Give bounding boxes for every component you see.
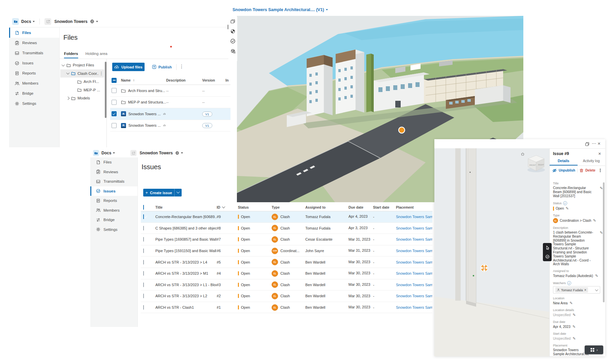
tab-activity-log[interactable]: Activity log <box>578 157 606 165</box>
placement-link[interactable]: Snowdon Towers Sampl... <box>396 260 432 264</box>
row-checkbox[interactable] <box>143 260 144 265</box>
placement-link[interactable]: Snowdon Towers Sampl... <box>396 271 432 275</box>
placement-link[interactable]: Snowdon Towers Sampl... <box>396 226 432 230</box>
row-checkbox[interactable] <box>143 237 144 242</box>
share-icon[interactable] <box>130 150 136 156</box>
create-issue-check-icon[interactable] <box>545 254 550 259</box>
more-options-icon[interactable]: ⋯ <box>592 141 596 146</box>
select-all-checkbox[interactable] <box>143 205 144 210</box>
docs-app-icon[interactable] <box>93 150 99 156</box>
row-checkbox[interactable] <box>112 123 117 128</box>
row-checkbox[interactable] <box>112 88 117 93</box>
file-row[interactable]: RSnowdon Towers ... V1 <box>110 120 230 132</box>
more-actions-icon[interactable]: ⋮ <box>179 64 184 69</box>
sidebar-item-transmittals[interactable]: Transmittals <box>9 48 59 58</box>
sidebar-item-reviews[interactable]: Reviews <box>90 167 137 177</box>
model-search-icon[interactable] <box>230 48 236 54</box>
placement-link[interactable]: Snowdon Towers Sampl... <box>396 283 432 287</box>
issue-row[interactable]: ARCH vs STR - 3/13/2023 > L1 - Block... … <box>141 279 432 291</box>
sidebar-item-reviews[interactable]: Reviews <box>9 38 59 48</box>
close-window-icon[interactable]: ✕ <box>597 142 601 146</box>
clash-marker-main[interactable] <box>399 127 405 133</box>
issue-row[interactable]: C Shapes [686385] and 3 other objec... #… <box>141 223 432 234</box>
row-checkbox[interactable] <box>143 294 144 298</box>
sidebar-item-bridge[interactable]: Bridge <box>90 215 137 225</box>
row-checkbox[interactable] <box>143 226 144 231</box>
share-icon[interactable] <box>44 18 51 25</box>
home-view-icon[interactable] <box>521 152 525 156</box>
create-issue-button[interactable]: + Create issue <box>143 189 182 196</box>
tree-item-mep[interactable]: MEP-P ... <box>60 86 104 94</box>
edit-location-details-icon[interactable]: ✎ <box>573 313 576 317</box>
tree-scrollbar[interactable] <box>105 62 106 118</box>
nav-app-name[interactable]: Docs <box>101 151 111 155</box>
unpublish-button[interactable]: Unpublish <box>559 169 575 172</box>
version-badge[interactable]: V1 <box>202 112 212 117</box>
tree-item-project-files[interactable]: Project Files <box>60 61 104 69</box>
issue-row[interactable]: Pipe Types [1591150] and Basic Wall ... … <box>141 245 432 257</box>
project-name[interactable]: Snowdon Towers <box>140 151 173 155</box>
file-row[interactable]: MEP-P and Structura... -- -- <box>110 97 230 109</box>
issues-check-icon[interactable] <box>230 38 236 44</box>
select-cursor-icon[interactable] <box>545 245 550 250</box>
sort-ascending-icon[interactable]: ↑ <box>133 78 135 82</box>
docs-app-icon[interactable] <box>12 18 19 25</box>
edit-due-date-icon[interactable]: ✎ <box>573 325 576 329</box>
sidebar-item-files[interactable]: Files <box>90 157 137 167</box>
project-name[interactable]: Snowdon Towers <box>54 19 87 24</box>
row-checkbox[interactable] <box>112 100 117 105</box>
close-panel-icon[interactable]: ✕ <box>598 152 601 156</box>
issue-detail-3d-viewer[interactable] <box>434 148 549 356</box>
tab-folders[interactable]: Folders <box>64 52 78 58</box>
sidebar-item-files[interactable]: Files <box>9 28 59 38</box>
watchers-select[interactable]: Tomasz Fudala ✕ <box>553 286 600 294</box>
clash-marker-detail[interactable] <box>481 265 488 272</box>
row-checkbox[interactable] <box>143 248 144 253</box>
kebab-menu-icon[interactable]: ⋮ <box>99 71 103 75</box>
issue-row[interactable]: ARCH vs STR - 3/13/2023 > L4 #5 Open CLC… <box>141 256 432 268</box>
info-icon[interactable]: i <box>563 201 567 205</box>
remove-watcher-icon[interactable]: ✕ <box>584 289 586 292</box>
tree-item-arch[interactable]: Arch Fl... <box>60 78 104 86</box>
edit-location-icon[interactable]: ✎ <box>570 301 573 305</box>
file-row-selected[interactable]: RSnowdon Towers ... V1 <box>110 108 230 120</box>
row-checkbox[interactable] <box>143 214 144 219</box>
placement-link[interactable]: Snowdon Towers Sampl... <box>396 215 432 219</box>
sidebar-item-issues[interactable]: Issues <box>90 186 137 196</box>
upload-files-button[interactable]: Upload files <box>112 63 145 71</box>
sidebar-item-bridge[interactable]: Bridge <box>9 88 59 98</box>
edit-assigned-icon[interactable]: ✎ <box>595 274 598 278</box>
sidebar-item-settings[interactable]: Settings <box>90 225 137 235</box>
row-checkbox[interactable] <box>143 282 144 287</box>
viewer-document-title[interactable]: Snowdon Towers Sample Architectural.... … <box>233 7 328 12</box>
viewcube-front-label[interactable]: FRONT <box>529 164 536 166</box>
publish-button[interactable]: Publish <box>150 63 174 71</box>
edit-status-icon[interactable]: ✎ <box>565 206 568 211</box>
edit-start-date-icon[interactable]: ✎ <box>573 336 576 341</box>
sort-descending-icon[interactable] <box>222 205 225 208</box>
placement-link[interactable]: Snowdon Towers Sampl... <box>396 249 432 253</box>
file-row[interactable]: Arch Floors and Stru... -- -- <box>110 85 230 97</box>
row-checkbox[interactable] <box>143 305 144 310</box>
sidebar-item-members[interactable]: Members <box>90 206 137 215</box>
issue-row[interactable]: ARCH vs STR - 3/13/2023 > M1 #4 Open CLC… <box>141 268 432 279</box>
sidebar-item-members[interactable]: Members <box>9 78 59 88</box>
placement-link[interactable]: Snowdon Towers Sampl... <box>396 305 432 309</box>
edit-type-icon[interactable]: ✎ <box>593 218 596 223</box>
row-checkbox[interactable] <box>143 271 144 276</box>
tree-item-models[interactable]: Models <box>60 94 104 102</box>
viewcube-right-label[interactable]: RIGHT <box>538 164 544 166</box>
apps-grid-button[interactable]: › <box>585 345 603 354</box>
version-badge[interactable]: V1 <box>202 123 212 128</box>
tab-details[interactable]: Details <box>550 157 578 165</box>
panel-more-icon[interactable]: ⋮ <box>598 168 603 173</box>
issue-row[interactable]: Pipe Types [1690857] and Basic Wall... #… <box>141 234 432 245</box>
sheets-icon[interactable] <box>230 19 236 24</box>
placement-link[interactable]: Snowdon Towers Sampl... <box>396 294 432 298</box>
globe-icon[interactable] <box>90 19 94 24</box>
sidebar-item-reports[interactable]: Reports <box>90 196 137 206</box>
sidebar-item-issues[interactable]: Issues <box>9 58 59 68</box>
tree-item-clash-coordination[interactable]: Clash Coor...⋮ <box>60 69 104 78</box>
watcher-chip[interactable]: Tomasz Fudala ✕ <box>555 287 588 293</box>
globe-icon[interactable] <box>175 151 179 155</box>
